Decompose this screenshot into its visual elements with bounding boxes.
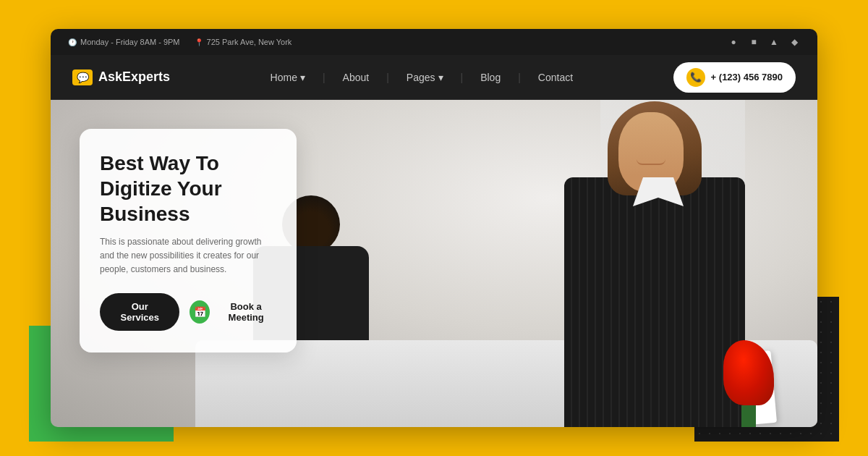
instagram-icon[interactable]: ● bbox=[728, 36, 739, 48]
browser-window: 🕐 Monday - Friday 8AM - 9PM 📍 725 Park A… bbox=[51, 29, 817, 427]
nav-divider-2: | bbox=[386, 72, 389, 83]
nav-divider-1: | bbox=[323, 72, 326, 83]
nav-item-home[interactable]: Home ▾ bbox=[271, 72, 305, 83]
logo-text: AskExperts bbox=[98, 69, 170, 85]
nav-link-blog[interactable]: Blog bbox=[480, 72, 501, 83]
hero-title: Best Way To Digitize Your Business bbox=[100, 151, 276, 227]
hero-buttons: Our Services 📅 Book a Meeting bbox=[100, 293, 276, 331]
twitter-icon[interactable]: ▲ bbox=[768, 36, 780, 48]
phone-number: + (123) 456 7890 bbox=[711, 72, 783, 83]
logo[interactable]: 💬 AskExperts bbox=[72, 69, 170, 85]
nav-item-pages[interactable]: Pages ▾ bbox=[407, 72, 443, 83]
decorative-plant bbox=[723, 340, 774, 427]
logo-icon: 💬 bbox=[72, 69, 93, 85]
person-right-body bbox=[564, 177, 745, 427]
hours-text: Monday - Friday 8AM - 9PM bbox=[80, 38, 180, 46]
hero-subtitle: This is passionate about delivering grow… bbox=[100, 235, 276, 277]
chevron-down-icon-2: ▾ bbox=[438, 72, 443, 83]
nav-link-about[interactable]: About bbox=[343, 72, 370, 83]
services-button[interactable]: Our Services bbox=[100, 293, 179, 331]
linkedin-icon[interactable]: ◆ bbox=[788, 36, 800, 48]
nav-link-pages[interactable]: Pages ▾ bbox=[407, 72, 443, 83]
outer-wrapper: 🕐 Monday - Friday 8AM - 9PM 📍 725 Park A… bbox=[51, 29, 817, 427]
nav-link-home[interactable]: Home ▾ bbox=[271, 72, 305, 83]
nav-divider-4: | bbox=[518, 72, 521, 83]
phone-icon: 📞 bbox=[686, 68, 705, 87]
top-bar-left: 🕐 Monday - Friday 8AM - 9PM 📍 725 Park A… bbox=[68, 38, 292, 46]
smile bbox=[637, 159, 665, 165]
nav-item-about[interactable]: About bbox=[343, 72, 370, 83]
business-hours: 🕐 Monday - Friday 8AM - 9PM bbox=[68, 38, 180, 46]
logo-emoji: 💬 bbox=[77, 72, 89, 83]
address-item: 📍 725 Park Ave, New York bbox=[195, 38, 292, 46]
hero-card: Best Way To Digitize Your Business This … bbox=[80, 129, 297, 352]
clock-icon: 🕐 bbox=[68, 38, 77, 46]
nav-divider-3: | bbox=[461, 72, 464, 83]
hero-section: Best Way To Digitize Your Business This … bbox=[51, 100, 817, 427]
chevron-down-icon: ▾ bbox=[300, 72, 305, 83]
meeting-label: Book a Meeting bbox=[216, 301, 276, 323]
nav-link-contact[interactable]: Contact bbox=[538, 72, 573, 83]
location-icon: 📍 bbox=[195, 38, 203, 46]
phone-cta-button[interactable]: 📞 + (123) 456 7890 bbox=[673, 62, 796, 93]
nav-item-blog[interactable]: Blog bbox=[480, 72, 501, 83]
meeting-button[interactable]: 📅 Book a Meeting bbox=[190, 300, 276, 324]
top-bar: 🕐 Monday - Friday 8AM - 9PM 📍 725 Park A… bbox=[51, 29, 817, 55]
navbar: 💬 AskExperts Home ▾ | About | bbox=[51, 55, 817, 100]
nav-menu: Home ▾ | About | Pages ▾ | bbox=[271, 72, 574, 83]
calendar-icon: 📅 bbox=[190, 300, 210, 324]
facebook-icon[interactable]: ■ bbox=[748, 36, 760, 48]
address-text: 725 Park Ave, New York bbox=[207, 38, 292, 46]
nav-item-contact[interactable]: Contact bbox=[538, 72, 573, 83]
social-icons: ● ■ ▲ ◆ bbox=[728, 36, 800, 48]
